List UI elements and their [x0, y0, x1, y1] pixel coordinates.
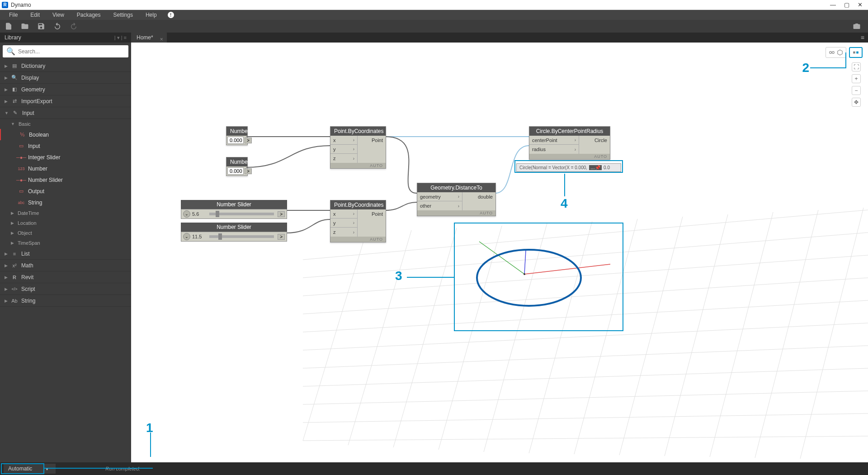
- menu-packages[interactable]: Packages: [71, 10, 107, 20]
- number-stepper[interactable]: >: [245, 138, 252, 143]
- search-input[interactable]: [18, 48, 125, 55]
- lib-cat-input[interactable]: ▼✎Input: [0, 107, 131, 119]
- slider-output[interactable]: >: [278, 234, 285, 240]
- node-circle-bycenterpointradius[interactable]: Circle.ByCenterPointRadius centerPoint› …: [529, 126, 610, 160]
- svg-point-29: [832, 52, 835, 54]
- view-3d-button[interactable]: [826, 47, 846, 58]
- app-icon: R: [2, 2, 8, 8]
- chevron-down-icon[interactable]: ⌄: [183, 233, 190, 240]
- pan-icon[interactable]: ✥: [852, 98, 861, 107]
- lib-sub-datetime[interactable]: ▶DateTime: [0, 208, 131, 218]
- view-graph-button[interactable]: [849, 47, 863, 58]
- menu-help[interactable]: Help: [139, 10, 163, 20]
- search-box[interactable]: 🔍: [3, 45, 128, 57]
- info-icon[interactable]: !: [168, 12, 174, 18]
- library-view-icons[interactable]: | ▾ | ≡: [114, 35, 127, 41]
- library-tree[interactable]: ▶▤Dictionary ▶🔍Display ▶◧Geometry ▶⇄Impo…: [0, 60, 131, 462]
- annotation-1: 1: [146, 421, 153, 435]
- titlebar: R Dynamo ― ▢ ✕: [0, 0, 868, 10]
- svg-rect-30: [853, 52, 855, 54]
- svg-point-27: [524, 273, 525, 275]
- menu-edit[interactable]: Edit: [24, 10, 46, 20]
- lib-leaf-number[interactable]: 123Number: [0, 163, 131, 174]
- svg-line-22: [800, 208, 863, 459]
- svg-line-7: [303, 368, 868, 386]
- fit-view-icon[interactable]: ⛶: [852, 62, 861, 71]
- tab-bar: Home* × ≡: [131, 33, 868, 43]
- slider-track[interactable]: [209, 213, 274, 215]
- camera-icon[interactable]: [853, 22, 861, 30]
- cube-icon: [837, 49, 843, 56]
- svg-line-21: [755, 210, 818, 458]
- workspace-menu-icon[interactable]: ≡: [861, 34, 864, 41]
- run-mode-dropdown[interactable]: Automatic▾: [4, 464, 56, 474]
- node-preview-bubble[interactable]: Circle(Normal = Vector(X = 0.000, …📌 0.0: [516, 163, 621, 172]
- tab-home[interactable]: Home* ×: [131, 33, 167, 43]
- chevron-down-icon[interactable]: ⌄: [183, 210, 190, 218]
- node-icon: [853, 49, 859, 56]
- slider-track[interactable]: [209, 235, 274, 238]
- svg-line-9: [303, 413, 868, 423]
- node-number-slider-2[interactable]: Number Slider ⌄ 11.5 >: [181, 223, 287, 242]
- lib-cat-geometry[interactable]: ▶◧Geometry: [0, 84, 131, 95]
- save-icon[interactable]: [37, 22, 45, 30]
- minimize-button[interactable]: ―: [830, 1, 836, 8]
- number-stepper[interactable]: >: [245, 168, 252, 174]
- zoom-out-icon[interactable]: −: [852, 86, 861, 95]
- lib-leaf-number-slider[interactable]: ─●─Number Slider: [0, 174, 131, 185]
- svg-line-2: [303, 255, 868, 296]
- node-number-1[interactable]: Number 0.000 >: [226, 126, 248, 145]
- node-geometry-distanceto[interactable]: Geometry.DistanceTo geometry› other› dou…: [417, 183, 496, 216]
- menu-file[interactable]: File: [3, 10, 24, 20]
- number-value[interactable]: 0.000: [227, 167, 244, 175]
- lib-cat-dictionary[interactable]: ▶▤Dictionary: [0, 60, 131, 72]
- menu-settings[interactable]: Settings: [107, 10, 139, 20]
- svg-line-6: [303, 346, 868, 368]
- svg-line-8: [303, 391, 868, 404]
- lib-leaf-boolean[interactable]: ⅟₀Boolean: [0, 129, 131, 140]
- slider-output[interactable]: >: [278, 211, 285, 217]
- lib-sub-basic[interactable]: ▼Basic: [0, 119, 131, 129]
- pin-icon[interactable]: …📌: [589, 165, 602, 170]
- lib-cat-string[interactable]: ▶AbString: [0, 295, 131, 307]
- lib-sub-timespan[interactable]: ▶TimeSpan: [0, 238, 131, 248]
- node-number-2[interactable]: Number 0.000 >: [226, 157, 248, 176]
- app-title: Dynamo: [11, 2, 830, 8]
- node-number-slider-1[interactable]: Number Slider ⌄ 5.6 >: [181, 200, 287, 219]
- library-header: Library | ▾ | ≡: [0, 33, 131, 43]
- svg-line-3: [303, 278, 868, 314]
- lib-cat-importexport[interactable]: ▶⇄ImportExport: [0, 95, 131, 107]
- svg-line-11: [303, 233, 366, 441]
- lib-leaf-string[interactable]: abcString: [0, 197, 131, 208]
- number-value[interactable]: 0.000: [227, 137, 244, 144]
- open-file-icon[interactable]: [21, 22, 29, 30]
- redo-icon[interactable]: [70, 22, 78, 30]
- lib-cat-display[interactable]: ▶🔍Display: [0, 72, 131, 84]
- lib-leaf-integer-slider[interactable]: ─●─Integer Slider: [0, 152, 131, 163]
- lib-leaf-output[interactable]: ▭Output: [0, 185, 131, 197]
- undo-icon[interactable]: [53, 22, 61, 30]
- menu-view[interactable]: View: [46, 10, 71, 20]
- svg-point-26: [477, 250, 581, 306]
- geometry-preview: [131, 43, 868, 462]
- close-button[interactable]: ✕: [858, 1, 863, 8]
- lib-cat-math[interactable]: ▶x²Math: [0, 260, 131, 271]
- zoom-in-icon[interactable]: +: [852, 74, 861, 83]
- lib-cat-list[interactable]: ▶≡List: [0, 248, 131, 260]
- lib-sub-location[interactable]: ▶Location: [0, 218, 131, 228]
- annotation-4: 4: [561, 196, 568, 211]
- lib-cat-revit[interactable]: ▶RRevit: [0, 271, 131, 283]
- lib-sub-object[interactable]: ▶Object: [0, 228, 131, 238]
- library-title: Library: [5, 34, 21, 41]
- node-point-bycoordinates-2[interactable]: Point.ByCoordinates x› y› z› Point AUTO: [330, 200, 386, 242]
- lib-cat-script[interactable]: ▶</>Script: [0, 283, 131, 295]
- statusbar: Automatic▾ Run completed.: [0, 462, 868, 475]
- svg-line-12: [348, 230, 411, 445]
- node-point-bycoordinates-1[interactable]: Point.ByCoordinates x› y› z› Point AUTO: [330, 126, 386, 169]
- lib-leaf-input[interactable]: ▭Input: [0, 140, 131, 152]
- maximize-button[interactable]: ▢: [844, 1, 849, 8]
- canvas[interactable]: Number 0.000 > Number 0.000 > Number Sli…: [131, 43, 868, 462]
- new-file-icon[interactable]: [5, 22, 13, 30]
- workspace: Home* × ≡: [131, 33, 868, 462]
- svg-point-28: [830, 52, 832, 54]
